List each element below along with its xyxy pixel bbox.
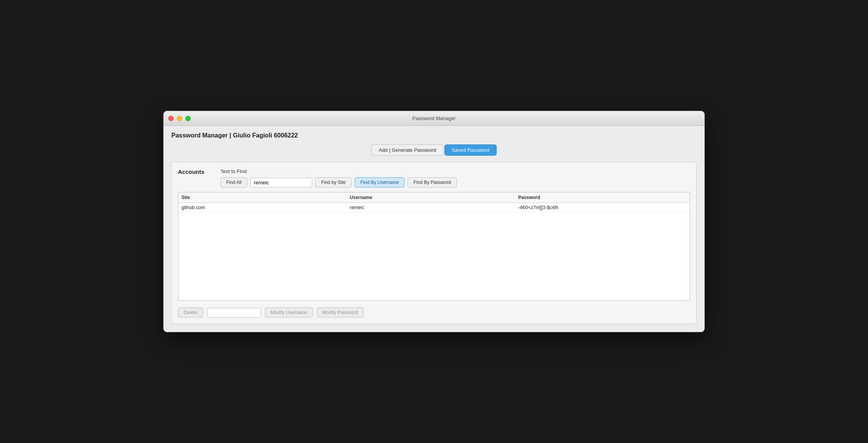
text-to-find-label: Text to FInd: [220, 168, 457, 174]
traffic-lights: [168, 116, 191, 121]
find-all-button[interactable]: Find All: [220, 177, 247, 187]
cell-site: github.com: [181, 204, 350, 211]
cell-password: -460<z7m[[3-$c4lh: [518, 204, 687, 211]
close-button[interactable]: [168, 116, 174, 121]
search-area: Text to FInd Find All Find by Site Find …: [220, 168, 457, 187]
table-header: Site Username Password: [178, 192, 690, 203]
find-by-username-button[interactable]: Find By Username: [355, 177, 405, 187]
modify-password-button[interactable]: Modify Password: [317, 307, 364, 318]
window-content: Password Manager | Giulio Fagioli 600622…: [164, 126, 704, 332]
main-panel: Accounts Text to FInd Find All Find by S…: [171, 162, 697, 324]
modify-username-button[interactable]: Modify Username: [265, 307, 313, 318]
cell-username: remeic: [350, 204, 518, 211]
delete-button[interactable]: Delete: [178, 307, 203, 318]
table-row[interactable]: github.com remeic -460<z7m[[3-$c4lh: [178, 203, 690, 213]
col-header-password: Password: [518, 194, 687, 201]
app-window: Password Manager Password Manager | Giul…: [163, 111, 705, 332]
col-header-username: Username: [350, 194, 518, 201]
app-header: Password Manager | Giulio Fagioli 600622…: [171, 132, 697, 139]
find-by-site-button[interactable]: Find by Site: [315, 177, 351, 187]
accounts-label: Accounts: [178, 168, 209, 175]
results-table: Site Username Password github.com remeic…: [178, 192, 690, 300]
window-title: Password Manager: [412, 115, 456, 121]
search-input[interactable]: [250, 178, 312, 187]
bottom-bar: Delete Modify Username Modify Password: [178, 306, 690, 318]
col-header-site: Site: [181, 194, 350, 201]
table-body: github.com remeic -460<z7m[[3-$c4lh: [178, 203, 690, 296]
tab-add[interactable]: Add | Generate Password: [371, 144, 444, 156]
tab-bar: Add | Generate Password Saved Password: [171, 144, 697, 156]
search-row: Find All Find by Site Find By Username F…: [220, 177, 457, 187]
panel-header: Accounts Text to FInd Find All Find by S…: [178, 168, 690, 187]
titlebar: Password Manager: [164, 111, 704, 126]
maximize-button[interactable]: [185, 116, 191, 121]
tab-saved[interactable]: Saved Password: [444, 144, 497, 156]
minimize-button[interactable]: [177, 116, 182, 121]
find-by-password-button[interactable]: Find By Password: [408, 177, 457, 187]
modify-input[interactable]: [207, 308, 261, 318]
